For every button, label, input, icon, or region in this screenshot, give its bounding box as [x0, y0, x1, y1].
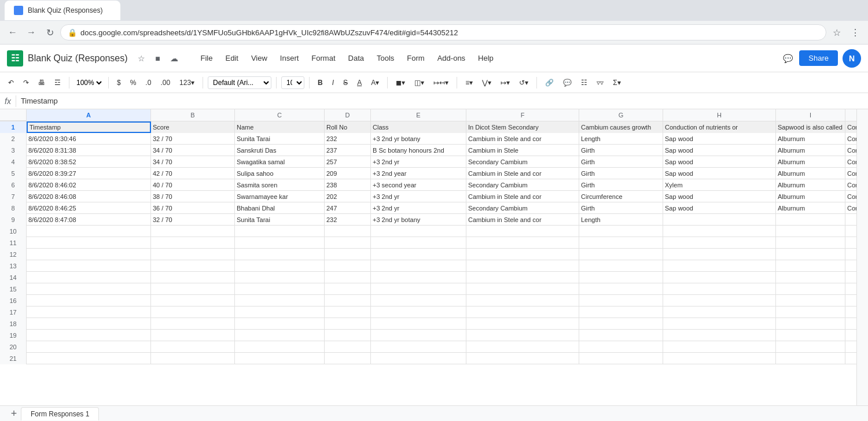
- cell[interactable]: +3 2nd yr: [371, 202, 466, 214]
- cell[interactable]: Cambium causes growth: [579, 121, 663, 133]
- borders-button[interactable]: ◫▾: [411, 77, 428, 88]
- cell[interactable]: +3 2nd yr botany: [371, 214, 466, 226]
- cell[interactable]: [325, 341, 371, 353]
- cell[interactable]: [27, 318, 151, 330]
- cell[interactable]: Cork and: [845, 156, 856, 168]
- cell[interactable]: 209: [325, 168, 371, 179]
- italic-button[interactable]: I: [329, 77, 337, 88]
- cell[interactable]: Girth: [579, 202, 663, 214]
- cell[interactable]: 232: [325, 214, 371, 226]
- cell[interactable]: [579, 226, 663, 237]
- reload-button[interactable]: ↻: [42, 24, 58, 40]
- cell[interactable]: [579, 295, 663, 306]
- strikethrough-button[interactable]: S: [340, 77, 351, 88]
- cell[interactable]: 232: [325, 133, 371, 145]
- cell[interactable]: [371, 306, 466, 318]
- cell[interactable]: [27, 341, 151, 353]
- cell[interactable]: [845, 330, 856, 341]
- cell[interactable]: Alburnum: [776, 133, 845, 145]
- cell[interactable]: [27, 226, 151, 237]
- star-icon[interactable]: ☆: [135, 51, 149, 65]
- cell[interactable]: +3 2nd year: [371, 168, 466, 179]
- cell[interactable]: [845, 237, 856, 249]
- menu-addons[interactable]: Add-ons: [432, 51, 471, 65]
- cell[interactable]: [845, 260, 856, 272]
- cell[interactable]: [151, 318, 235, 330]
- cell[interactable]: 34 / 70: [151, 156, 235, 168]
- cell[interactable]: 237: [325, 145, 371, 156]
- cell[interactable]: [27, 330, 151, 341]
- cell[interactable]: [845, 214, 856, 226]
- cell[interactable]: 202: [325, 191, 371, 202]
- print-button[interactable]: 🖶: [35, 77, 49, 88]
- cell[interactable]: [235, 260, 325, 272]
- cell[interactable]: [663, 341, 776, 353]
- cell[interactable]: 8/6/2020 8:39:27: [27, 168, 151, 179]
- cell[interactable]: Sunita Tarai: [235, 214, 325, 226]
- cell[interactable]: Girth: [579, 145, 663, 156]
- cell[interactable]: Timestamp: [27, 121, 151, 133]
- cell[interactable]: [235, 318, 325, 330]
- cell[interactable]: [579, 237, 663, 249]
- cell[interactable]: Alburnum: [776, 191, 845, 202]
- cell[interactable]: Conduction of nutrients or: [663, 121, 776, 133]
- font-size-select[interactable]: 10: [281, 76, 304, 89]
- cell[interactable]: [776, 341, 845, 353]
- cell[interactable]: [776, 226, 845, 237]
- cell[interactable]: Cork: [845, 179, 856, 191]
- text-color-button[interactable]: A▾: [367, 77, 382, 88]
- cell[interactable]: Sap wood: [663, 168, 776, 179]
- cell[interactable]: Sasmita soren: [235, 179, 325, 191]
- cell[interactable]: [235, 330, 325, 341]
- comment-button[interactable]: 💬: [560, 77, 575, 88]
- cell[interactable]: [235, 295, 325, 306]
- cell[interactable]: [845, 283, 856, 295]
- cell[interactable]: Cork and: [845, 133, 856, 145]
- cell[interactable]: [663, 353, 776, 364]
- cell[interactable]: Sapwood is also called: [776, 121, 845, 133]
- cell[interactable]: Swagatika samal: [235, 156, 325, 168]
- function-button[interactable]: Σ▾: [609, 77, 624, 88]
- cell[interactable]: [325, 226, 371, 237]
- zoom-select[interactable]: 100%: [74, 78, 104, 87]
- formula-content[interactable]: Timestamp: [21, 97, 863, 105]
- cell[interactable]: [151, 330, 235, 341]
- col-header-C[interactable]: C: [235, 109, 325, 121]
- cell[interactable]: [325, 330, 371, 341]
- cell[interactable]: Girth: [579, 179, 663, 191]
- cell[interactable]: Cork: [845, 191, 856, 202]
- cell[interactable]: [371, 318, 466, 330]
- cell[interactable]: Sulipa sahoo: [235, 168, 325, 179]
- cell[interactable]: [579, 249, 663, 260]
- cell[interactable]: [235, 249, 325, 260]
- cell[interactable]: Alburnum: [776, 202, 845, 214]
- cell[interactable]: 257: [325, 156, 371, 168]
- cell[interactable]: 8/6/2020 8:47:08: [27, 214, 151, 226]
- active-tab[interactable]: Blank Quiz (Responses): [5, 1, 120, 20]
- cell[interactable]: [663, 318, 776, 330]
- cell[interactable]: Cambium in Stele: [466, 145, 579, 156]
- cell[interactable]: [663, 249, 776, 260]
- cell[interactable]: [27, 249, 151, 260]
- cell[interactable]: [579, 330, 663, 341]
- cell[interactable]: [845, 272, 856, 283]
- cell[interactable]: [845, 318, 856, 330]
- cell[interactable]: 32 / 70: [151, 133, 235, 145]
- cell[interactable]: [151, 295, 235, 306]
- cell[interactable]: [579, 353, 663, 364]
- paint-format-button[interactable]: ☲: [51, 77, 64, 88]
- cell[interactable]: [466, 260, 579, 272]
- cell[interactable]: [371, 341, 466, 353]
- forward-button[interactable]: →: [23, 24, 39, 40]
- fill-color-button[interactable]: ◼▾: [392, 77, 409, 88]
- cell[interactable]: [151, 353, 235, 364]
- cell[interactable]: 38 / 70: [151, 191, 235, 202]
- cell[interactable]: Sap wood: [663, 156, 776, 168]
- cell[interactable]: [466, 295, 579, 306]
- cell[interactable]: [845, 306, 856, 318]
- col-header-B[interactable]: B: [151, 109, 235, 121]
- cell[interactable]: [151, 249, 235, 260]
- menu-button[interactable]: ⋮: [847, 24, 863, 40]
- cell[interactable]: [325, 260, 371, 272]
- cell[interactable]: Girth: [579, 168, 663, 179]
